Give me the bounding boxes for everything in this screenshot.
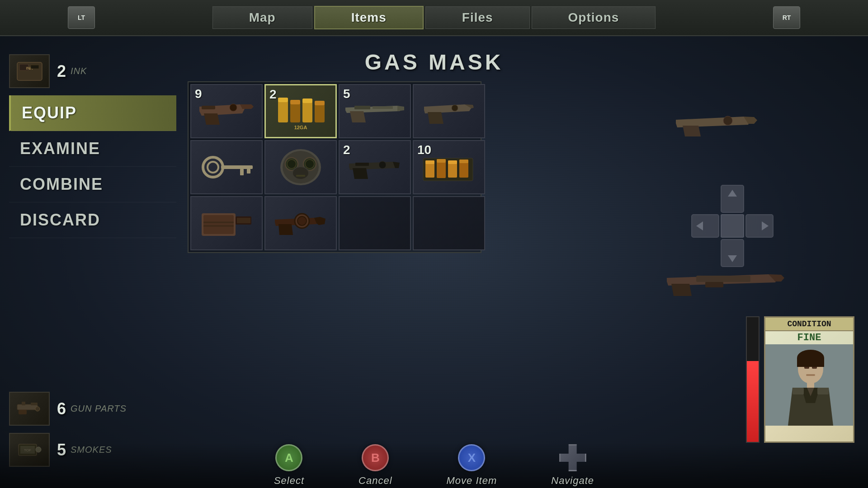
- svg-text:12GA: 12GA: [294, 125, 307, 130]
- svg-rect-31: [373, 106, 393, 109]
- navigate-dpad[interactable]: [559, 444, 586, 471]
- action-discard[interactable]: DISCARD: [9, 202, 176, 238]
- condition-panel: CONDITION FINE: [764, 316, 854, 443]
- health-bar-fill: [747, 361, 759, 442]
- a-button-label: Select: [274, 475, 304, 487]
- x-button-symbol: X: [468, 451, 476, 465]
- ink-row: INK 2 INK: [9, 54, 181, 88]
- svg-point-7: [35, 407, 40, 411]
- svg-point-47: [292, 167, 309, 179]
- svg-rect-78: [721, 185, 744, 212]
- bullets-count: 10: [417, 143, 431, 157]
- grid-cell-empty-2[interactable]: [413, 196, 485, 250]
- svg-rect-30: [354, 106, 370, 109]
- grid-cell-pistol[interactable]: 9: [190, 84, 263, 138]
- svg-rect-19: [278, 98, 288, 102]
- svg-point-44: [287, 160, 296, 169]
- grid-cell-bullets[interactable]: 10: [413, 140, 485, 194]
- tab-items[interactable]: Items: [314, 6, 424, 29]
- rifle-count: 5: [343, 87, 350, 101]
- grid-cell-empty-1[interactable]: [339, 196, 411, 250]
- svg-marker-34: [428, 112, 443, 124]
- lt-button[interactable]: LT: [68, 6, 95, 29]
- main-content: GAS MASK INK 2 INK EQUIP EXAMINE COMBINE…: [0, 36, 868, 488]
- sidebar-inventory: INK 2 INK EQUIP EXAMINE COMBINE DISCARD: [9, 54, 181, 474]
- navigate-label: Navigate: [551, 475, 594, 487]
- gun-parts-label: GUN PARTS: [71, 404, 127, 414]
- character-portrait: [765, 344, 853, 426]
- grid-cell-key[interactable]: [190, 140, 263, 194]
- svg-marker-51: [353, 168, 368, 179]
- svg-rect-6: [31, 403, 38, 405]
- svg-point-77: [723, 116, 732, 125]
- shells-count: 2: [269, 87, 277, 102]
- tab-options[interactable]: Options: [532, 6, 656, 29]
- svg-rect-90: [696, 276, 750, 282]
- svg-rect-80: [692, 215, 719, 237]
- a-button[interactable]: A: [275, 444, 302, 471]
- grid-cell-gasmask[interactable]: [264, 140, 337, 194]
- svg-point-35: [452, 105, 458, 111]
- svg-rect-17: [202, 106, 215, 109]
- ink-label: INK: [71, 66, 87, 76]
- svg-rect-82: [721, 215, 744, 237]
- nav-tabs: Map Items Files Options: [212, 6, 656, 29]
- ink-icon: INK: [9, 54, 50, 88]
- b-button-container[interactable]: B Cancel: [359, 444, 392, 487]
- svg-marker-28: [397, 106, 404, 111]
- svg-rect-101: [793, 388, 804, 394]
- svg-point-46: [305, 160, 314, 169]
- grid-cell-revolver[interactable]: [264, 196, 337, 250]
- svg-rect-81: [746, 215, 773, 237]
- toolkit-visual: [191, 197, 262, 249]
- action-combine[interactable]: COMBINE: [9, 167, 176, 202]
- health-bar-container: [746, 316, 760, 443]
- svg-point-52: [379, 161, 386, 169]
- svg-rect-21: [290, 100, 300, 104]
- svg-marker-15: [204, 113, 220, 125]
- b-button[interactable]: B: [362, 444, 389, 471]
- revolver-visual: [265, 197, 336, 249]
- dpad-display: [687, 181, 778, 271]
- condition-title-label: CONDITION: [765, 318, 853, 331]
- svg-rect-53: [355, 163, 369, 166]
- svg-point-36: [203, 157, 223, 177]
- grid-cell-ammo[interactable]: 2: [339, 140, 411, 194]
- svg-rect-62: [459, 160, 468, 163]
- tab-files[interactable]: Files: [425, 6, 530, 29]
- gun-parts-row: 6 GUN PARTS: [9, 392, 181, 426]
- x-button-container[interactable]: X Move Item: [447, 444, 497, 487]
- svg-rect-40: [247, 169, 250, 174]
- a-button-container[interactable]: A Select: [274, 444, 304, 487]
- grid-cell-handgun[interactable]: [413, 84, 485, 138]
- grid-cell-rifle[interactable]: 5: [339, 84, 411, 138]
- grid-cell-shells[interactable]: 2 12GA: [264, 84, 337, 138]
- rt-button[interactable]: RT: [773, 6, 800, 29]
- svg-rect-64: [203, 215, 234, 234]
- svg-marker-89: [671, 284, 692, 296]
- action-examine[interactable]: EXAMINE: [9, 131, 176, 167]
- ink-count: 2: [57, 62, 66, 81]
- ammo-count: 2: [343, 143, 350, 157]
- action-equip[interactable]: EQUIP: [9, 95, 176, 131]
- svg-rect-39: [240, 169, 244, 175]
- tab-map[interactable]: Map: [212, 6, 312, 29]
- grid-cell-toolkit[interactable]: [190, 196, 263, 250]
- navigate-button-container[interactable]: Navigate: [551, 444, 594, 487]
- condition-status: FINE: [765, 331, 853, 344]
- svg-marker-29: [350, 111, 366, 122]
- a-button-symbol: A: [285, 451, 293, 465]
- svg-rect-66: [237, 218, 250, 223]
- weapon-display-bottom: [665, 262, 791, 307]
- svg-rect-97: [807, 382, 814, 388]
- svg-rect-8: [19, 410, 27, 414]
- svg-rect-60: [448, 160, 457, 164]
- svg-marker-14: [240, 104, 254, 109]
- svg-marker-76: [683, 126, 701, 136]
- b-button-symbol: B: [371, 451, 380, 465]
- svg-rect-91: [705, 282, 723, 287]
- x-button[interactable]: X: [458, 444, 485, 471]
- gasmask-visual: [265, 141, 336, 193]
- gun-parts-count: 6: [57, 399, 66, 418]
- svg-marker-73: [278, 224, 293, 235]
